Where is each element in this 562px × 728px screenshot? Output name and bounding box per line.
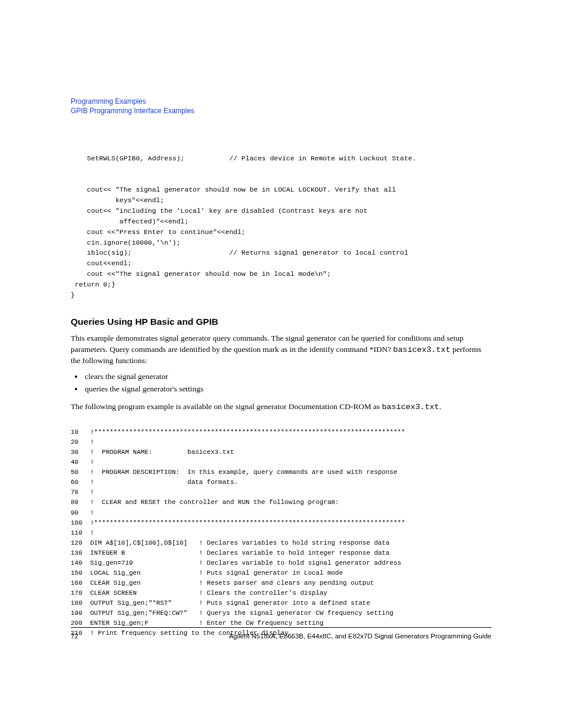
header-line-2: GPIB Programming Interface Examples	[71, 107, 491, 116]
bullet-list: clears the signal generator queries the …	[71, 371, 491, 396]
code-line: return 0;}	[71, 281, 115, 288]
listing-line: 50 ! PROGRAM DESCRIPTION: In this exampl…	[71, 469, 398, 476]
page-number: 72	[71, 633, 78, 640]
listing-line: 170 CLEAR SCREEN ! Clears the controller…	[71, 589, 328, 597]
basic-listing: 10 !************************************…	[71, 417, 491, 638]
code-line: cout<< "including the 'Local' key are di…	[71, 207, 368, 215]
listing-line: 200 ENTER Sig_gen;F ! Enter the CW frequ…	[71, 620, 323, 627]
footer-title: Agilent N518xA, E8663B, E44x8C, and E82x…	[229, 633, 491, 640]
listing-line: 140 Sig_gen=719 ! Declares variable to h…	[71, 559, 401, 566]
code-line: affected)"<<endl;	[71, 218, 189, 225]
listing-line: 120 DIM A$[10],C$[100],D$[10] ! Declares…	[71, 539, 389, 546]
running-header: Programming Examples GPIB Programming In…	[71, 97, 491, 116]
bullet-1: clears the signal generator	[84, 371, 491, 383]
p1-code: basicex3.txt	[393, 345, 450, 354]
code-line: SetRWLS(GPIB0, Address); // Places devic…	[71, 154, 416, 162]
section-body: This example demonstrates signal generat…	[71, 333, 491, 413]
listing-line: 100 !***********************************…	[71, 519, 405, 526]
p2-code: basicex3.txt	[382, 403, 439, 411]
p2-c: .	[439, 402, 441, 411]
listing-line: 40 !	[71, 459, 94, 466]
section-heading: Queries Using HP Basic and GPIB	[71, 317, 491, 327]
document-page: Programming Examples GPIB Programming In…	[0, 0, 562, 728]
bullet-2: queries the signal generator's settings	[84, 383, 491, 396]
listing-line: 160 CLEAR Sig_gen ! Resets parser and cl…	[71, 579, 374, 587]
listing-line: 130 INTEGER B ! Declares variable to hol…	[71, 549, 389, 556]
listing-line: 30 ! PROGRAM NAME: basicex3.txt	[71, 449, 234, 456]
code-line: cin.ignore(10000,'\n');	[71, 239, 180, 246]
header-line-1: Programming Examples	[71, 97, 491, 107]
listing-line: 150 LOCAL Sig_gen ! Puts signal generato…	[71, 569, 343, 577]
listing-line: 60 ! data formats.	[71, 479, 238, 486]
listing-line: 70 !	[71, 489, 94, 496]
code-line: cout <<"The signal generator should now …	[71, 270, 331, 278]
listing-line: 10 !************************************…	[71, 429, 405, 436]
listing-line: 190 OUTPUT Sig_gen;"FREQ:CW?" ! Querys t…	[71, 610, 394, 617]
listing-line: 90 !	[71, 509, 94, 516]
code-line: cout <<"Press Enter to continue"<<endl;	[71, 228, 246, 236]
listing-line: 80 ! CLEAR and RESET the controller and …	[71, 499, 339, 506]
listing-line: 110 !	[71, 529, 94, 536]
code-line: cout<< "The signal generator should now …	[71, 186, 396, 193]
paragraph-2: The following program example is availab…	[71, 401, 491, 413]
listing-line: 20 !	[71, 439, 94, 446]
page-footer: 72 Agilent N518xA, E8663B, E44x8C, and E…	[71, 627, 491, 640]
cpp-code-block: SetRWLS(GPIB0, Address); // Places devic…	[71, 143, 491, 300]
code-line: cout<<endl;	[71, 259, 132, 267]
code-line: }	[71, 291, 75, 299]
p2-a: The following program example is availab…	[71, 402, 382, 411]
code-line: ibloc(sig); // Returns signal generator …	[71, 249, 408, 256]
code-line: keys"<<endl;	[71, 196, 164, 204]
paragraph-1: This example demonstrates signal generat…	[71, 333, 491, 366]
listing-line: 180 OUTPUT Sig_gen;"*RST" ! Puts signal …	[71, 599, 370, 607]
